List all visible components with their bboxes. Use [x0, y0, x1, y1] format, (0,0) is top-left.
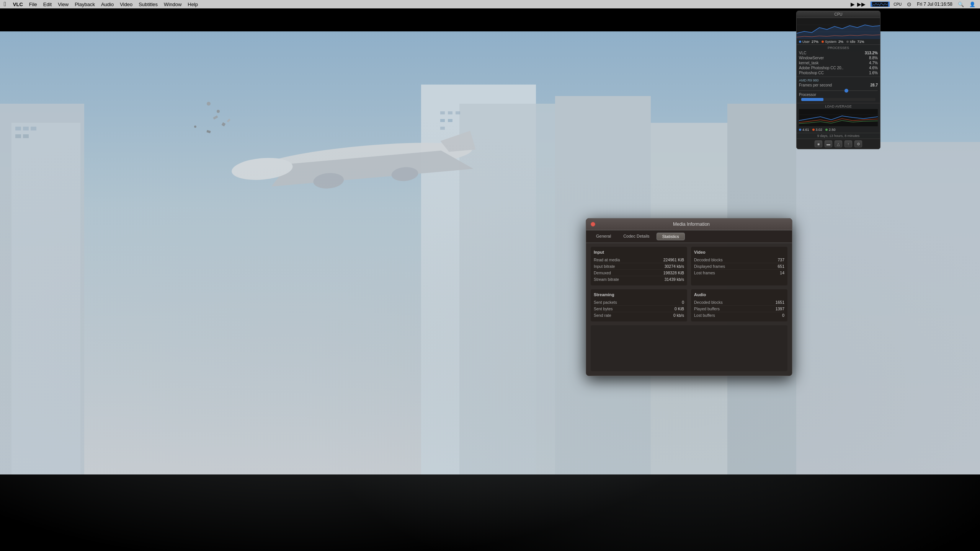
load-avg-title: LOAD AVERAGE	[799, 104, 878, 108]
audio-stat-decoded: Decoded blocks 1651	[694, 299, 784, 306]
dialog-tabs: General Codec Details Statistics	[586, 230, 792, 243]
process-row-ps4: Adobe Photoshop CC 20.. 4.6%	[799, 65, 878, 70]
menu-view[interactable]: View	[55, 0, 72, 8]
user-icon[interactable]: 👤	[968, 2, 977, 7]
am-toolbar: ■ ▬ △ ↑ ⚙	[797, 139, 880, 149]
menu-file[interactable]: File	[26, 0, 40, 8]
legend-user: User 27%	[799, 40, 818, 44]
streaming-stat-bytes: Sent bytes 0 KiB	[594, 306, 684, 312]
am-toolbar-mem[interactable]: ▬	[825, 140, 832, 147]
video-section: Video Decoded blocks 737 Displayed frame…	[691, 247, 787, 285]
frames-slider[interactable]	[799, 88, 878, 92]
dialog-titlebar: Media Information	[586, 218, 792, 230]
dialog-empty-area	[591, 325, 787, 371]
menu-window[interactable]: Window	[161, 0, 185, 8]
am-cpu-graph	[797, 18, 880, 39]
menu-video[interactable]: Video	[117, 0, 136, 8]
video-section-title: Video	[694, 250, 784, 254]
tab-codec-details[interactable]: Codec Details	[618, 233, 655, 240]
am-uptime: 9 days, 13 hours, 8 minutes	[797, 133, 880, 139]
video-stat-displayed: Displayed frames 651	[694, 263, 784, 270]
streaming-stat-packets: Sent packets 0	[594, 299, 684, 306]
load-legend-1: 4.61	[799, 128, 809, 132]
system-icons: ▶ ▶▶	[848, 1, 868, 7]
streaming-section: Streaming Sent packets 0 Sent bytes 0 Ki…	[591, 289, 687, 321]
process-row-vlc: VLC 313.2%	[799, 51, 878, 55]
input-section: Input Read at media 224961 KiB Input bit…	[591, 247, 687, 285]
search-icon[interactable]: 🔍	[956, 2, 965, 7]
apple-menu[interactable]: 	[0, 1, 10, 8]
input-stat-stream-bitrate: Stream bitrate 31439 kb/s	[594, 276, 684, 282]
input-stat-read-at-media: Read at media 224961 KiB	[594, 257, 684, 263]
load-legend-2: 3.02	[812, 128, 823, 132]
frames-row: Frames per second 28.7	[799, 83, 878, 88]
process-row-ps5: Photoshop CC 1.6%	[799, 70, 878, 75]
input-section-title: Input	[594, 250, 684, 254]
memory-row: AMD R9 980	[799, 78, 878, 83]
process-row-windowserver: WindowServer 8.8%	[799, 55, 878, 60]
processor-bar-row	[799, 97, 878, 102]
audio-stat-lost: Lost buffers 0	[694, 312, 784, 318]
processes-title: PROCESSES	[799, 46, 878, 50]
wifi-icon[interactable]: ⊙	[905, 1, 913, 7]
load-legend: 4.61 3.02 2.50	[799, 128, 878, 132]
streaming-stat-rate: Send rate 0 kb/s	[594, 312, 684, 318]
cpu-label: CPU	[892, 2, 903, 7]
audio-stat-played: Played buffers 1397	[694, 306, 784, 312]
processor-row-label: Processor	[799, 92, 878, 97]
am-toolbar-cpu[interactable]: ■	[815, 140, 822, 147]
activity-monitor-widget: CPU User 27% System 2% Idle	[796, 11, 880, 149]
media-info-dialog: Media Information General Codec Details …	[586, 218, 792, 376]
am-header: CPU	[797, 11, 880, 18]
input-stat-input-bitrate: Input bitrate 30274 kb/s	[594, 263, 684, 270]
audio-section-title: Audio	[694, 292, 784, 297]
menubar:  VLC File Edit View Playback Audio Vide…	[0, 0, 980, 8]
am-legend: User 27% System 2% Idle 71%	[797, 39, 880, 44]
tab-statistics[interactable]: Statistics	[657, 233, 685, 240]
cpu-indicator[interactable]	[871, 2, 890, 7]
video-stat-lost: Lost frames 14	[694, 270, 784, 276]
video-stat-decoded: Decoded blocks 737	[694, 257, 784, 263]
dialog-close-button[interactable]	[591, 222, 595, 227]
am-toolbar-net[interactable]: ↑	[844, 140, 852, 147]
am-load-section: LOAD AVERAGE 4.61 3.02	[797, 103, 880, 133]
svg-rect-38	[799, 109, 878, 126]
app-name-menu[interactable]: VLC	[10, 0, 26, 8]
dialog-content: Input Read at media 224961 KiB Input bit…	[586, 243, 792, 325]
tab-general[interactable]: General	[591, 233, 616, 240]
input-stat-demuxed: Demuxed 198328 KiB	[594, 270, 684, 276]
menu-right: ▶ ▶▶ CPU ⊙ Fri 7 Jul 01:16:58 🔍 👤	[848, 1, 980, 7]
processor-bar	[801, 98, 875, 101]
am-processes-section: PROCESSES VLC 313.2% WindowServer 8.8% k…	[797, 44, 880, 77]
audio-section: Audio Decoded blocks 1651 Played buffers…	[691, 289, 787, 321]
legend-idle: Idle 71%	[846, 40, 864, 44]
menu-audio[interactable]: Audio	[98, 0, 117, 8]
menu-playback[interactable]: Playback	[72, 0, 98, 8]
clock: Fri 7 Jul 01:16:58	[915, 2, 954, 7]
am-toolbar-settings[interactable]: ⚙	[854, 140, 862, 147]
load-avg-graph	[799, 109, 878, 126]
load-legend-3: 2.50	[825, 128, 836, 132]
am-memory-section: AMD R9 980 Frames per second 28.7 Proces…	[797, 77, 880, 103]
streaming-section-title: Streaming	[594, 292, 684, 297]
am-toolbar-disk[interactable]: △	[835, 140, 842, 147]
menu-subtitles[interactable]: Subtitles	[136, 0, 161, 8]
legend-system: System 2%	[822, 40, 843, 44]
menu-help[interactable]: Help	[185, 0, 201, 8]
menu-edit[interactable]: Edit	[40, 0, 55, 8]
process-row-kernel: kernel_task 4.7%	[799, 60, 878, 65]
dialog-title: Media Information	[595, 222, 787, 227]
